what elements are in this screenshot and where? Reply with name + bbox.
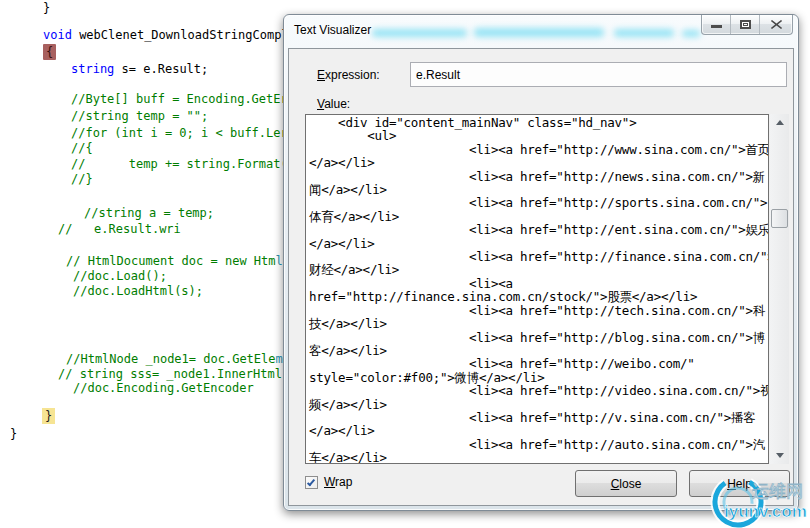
dialog-client-area: Expression: Value: <div id="content_main…	[288, 48, 794, 506]
expression-input[interactable]	[410, 62, 787, 87]
close-button[interactable]: Close	[575, 470, 677, 497]
maximize-button[interactable]	[731, 15, 760, 34]
close-icon	[770, 19, 783, 30]
scrollbar-thumb[interactable]	[771, 209, 788, 228]
dialog-title: Text Visualizer	[294, 23, 371, 37]
vertical-scrollbar[interactable]	[770, 114, 789, 464]
maximize-icon	[740, 20, 751, 29]
text-visualizer-dialog: Text Visualizer Expression: Value: <div …	[283, 14, 799, 511]
glass-smudge	[474, 28, 604, 37]
minimize-icon	[711, 25, 722, 28]
close-button-label: Close	[611, 477, 642, 491]
arrow-up-icon	[776, 120, 784, 125]
wrap-checkbox[interactable]	[305, 476, 318, 489]
wrap-checkbox-row[interactable]: Wrap	[305, 475, 352, 489]
watermark-text-cn: 运维网	[752, 482, 803, 501]
glass-smudge	[372, 29, 467, 37]
glass-smudge	[614, 29, 674, 37]
screen: }void webClenet_DownloadStringCompl{stri…	[0, 0, 810, 528]
value-label: Value:	[317, 97, 350, 111]
scroll-up-button[interactable]	[770, 114, 789, 131]
window-caption-buttons	[701, 15, 793, 35]
value-text: <div id="content_mainNav" class="hd_nav"…	[309, 116, 768, 464]
value-text-area[interactable]: <div id="content_mainNav" class="hd_nav"…	[305, 114, 769, 464]
expression-label: Expression:	[317, 68, 380, 82]
checkmark-icon	[307, 477, 315, 486]
watermark-logo: 运维网 iyunv.com	[696, 460, 810, 528]
close-window-button[interactable]	[760, 15, 792, 34]
wrap-label: Wrap	[324, 475, 352, 489]
minimize-button[interactable]	[702, 15, 731, 34]
arrow-down-icon	[776, 453, 784, 458]
watermark-text-url: iyunv.com	[724, 502, 807, 521]
glass-smudge	[682, 30, 700, 37]
